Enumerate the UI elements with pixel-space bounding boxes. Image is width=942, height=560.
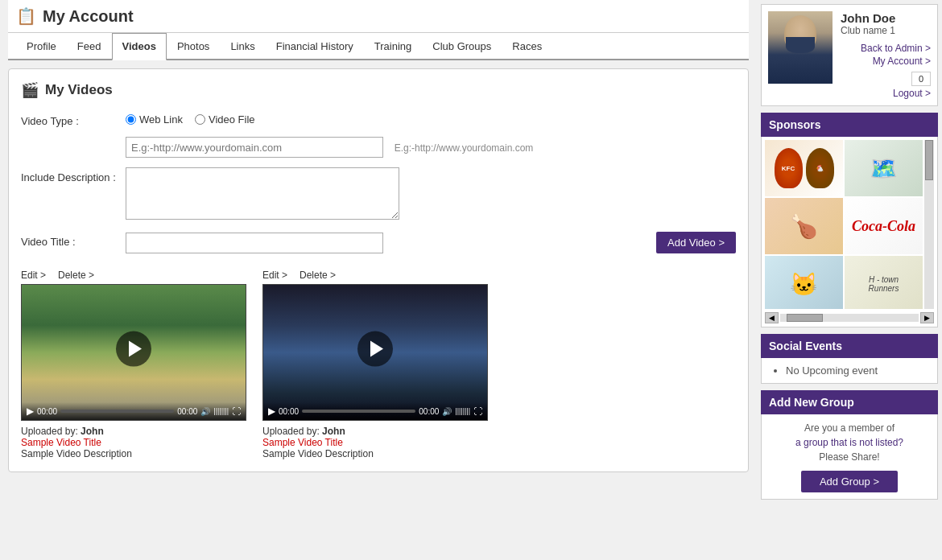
tab-training[interactable]: Training — [364, 33, 422, 59]
sidebar-user-name: John Doe — [841, 11, 931, 25]
video-1-title-link[interactable]: Sample Video Title — [21, 437, 246, 448]
video-player-1[interactable]: ▶ 00:00 00:00 🔊 |||||||| ⛶ — [21, 284, 246, 421]
radio-web-link-input[interactable] — [126, 114, 136, 125]
social-events-header: Social Events — [761, 334, 938, 358]
section-title: 🎬 My Videos — [21, 81, 736, 99]
video-1-play-button[interactable] — [116, 331, 151, 367]
sponsors-header: Sponsors — [761, 113, 938, 137]
url-input[interactable] — [126, 137, 383, 158]
video-2-volume-bar: |||||||| — [455, 407, 470, 415]
video-item-2: Edit > Delete > ▶ 00:00 00:00 🔊 — [262, 270, 488, 459]
video-2-play-icon[interactable]: ▶ — [268, 406, 275, 417]
sponsors-hscroll: ◀ ▶ — [765, 312, 934, 323]
sponsors-scroll-right[interactable]: ▶ — [920, 312, 934, 323]
description-input[interactable] — [126, 167, 399, 220]
video-1-edit-link[interactable]: Edit > — [21, 270, 46, 281]
sponsors-grid: KFC 🐔 🗺️ 🍗 — [765, 140, 923, 309]
tab-videos[interactable]: Videos — [112, 33, 167, 60]
sponsors-hscrollbar-track[interactable] — [780, 314, 919, 322]
video-camera-icon: 🎬 — [21, 81, 39, 99]
page-title: My Account — [43, 7, 134, 26]
sidebar-profile-card: John Doe Club name 1 Back to Admin > My … — [761, 4, 938, 106]
video-1-time-total: 00:00 — [177, 407, 197, 416]
video-type-label: Video Type : — [21, 111, 126, 127]
sidebar-badge: 0 — [911, 72, 931, 86]
tab-financial-history[interactable]: Financial History — [266, 33, 364, 59]
url-hint: E.g:-http://www.yourdomain.com — [395, 142, 534, 154]
video-1-delete-link[interactable]: Delete > — [58, 270, 94, 281]
url-control-wrap: E.g:-http://www.yourdomain.com — [126, 137, 736, 158]
add-group-text-3: Please Share! — [819, 451, 879, 463]
video-1-progress[interactable] — [60, 410, 174, 413]
video-1-time-current: 00:00 — [37, 407, 57, 416]
video-item-1: Edit > Delete > ▶ 00:00 00:00 🔊 — [21, 270, 246, 459]
video-title-input[interactable] — [126, 233, 383, 253]
add-group-body: Are you a member of a group that is not … — [761, 414, 938, 500]
video-2-title-link[interactable]: Sample Video Title — [262, 437, 488, 448]
tab-photos[interactable]: Photos — [167, 33, 220, 59]
social-events-no-event: No Upcoming event — [786, 364, 929, 377]
social-events-section: Social Events No Upcoming event — [761, 334, 938, 384]
video-2-uploader-name: John — [322, 426, 345, 437]
radio-web-link[interactable]: Web Link — [126, 113, 183, 126]
add-group-header: Add New Group — [761, 390, 938, 414]
sponsor-coca-cola[interactable]: Coca-Cola — [845, 198, 923, 254]
video-1-description: Sample Video Description — [21, 448, 132, 459]
add-video-button[interactable]: Add Video > — [656, 232, 736, 253]
avatar — [768, 11, 833, 84]
sponsor-cat[interactable]: 🐱 — [765, 256, 843, 309]
video-1-actions: Edit > Delete > — [21, 270, 246, 281]
add-group-text-link[interactable]: a group that is not listed? — [795, 437, 903, 448]
back-to-admin-link[interactable]: Back to Admin > — [841, 43, 931, 54]
nav-tabs: Profile Feed Videos Photos Links Financi… — [8, 33, 749, 60]
url-row: E.g:-http://www.yourdomain.com — [21, 137, 736, 158]
add-group-button[interactable]: Add Group > — [801, 471, 898, 492]
tab-races[interactable]: Races — [502, 33, 552, 59]
my-account-link[interactable]: My Account > — [841, 56, 931, 67]
video-type-controls: Web Link Video File — [126, 111, 736, 126]
sponsors-body: KFC 🐔 🗺️ 🍗 — [761, 137, 938, 327]
add-group-text-2: a group that is not listed? — [795, 437, 903, 448]
video-2-time-total: 00:00 — [419, 407, 439, 416]
video-2-delete-link[interactable]: Delete > — [300, 270, 336, 281]
video-title-label: Video Title : — [21, 232, 126, 248]
video-1-uploader-name: John — [81, 426, 104, 437]
sponsor-map[interactable]: 🗺️ — [845, 140, 923, 196]
video-type-row: Video Type : Web Link Video File — [21, 111, 736, 127]
video-2-description: Sample Video Description — [262, 448, 374, 459]
add-new-group-section: Add New Group Are you a member of a grou… — [761, 390, 938, 500]
social-events-body: No Upcoming event — [761, 358, 938, 384]
video-2-volume-icon[interactable]: 🔊 — [442, 407, 452, 416]
tab-club-groups[interactable]: Club Groups — [422, 33, 502, 59]
video-2-time-current: 00:00 — [279, 407, 299, 416]
video-1-play-icon[interactable]: ▶ — [27, 406, 34, 417]
video-2-uploader: Uploaded by: John — [262, 426, 345, 437]
radio-video-file[interactable]: Video File — [195, 113, 255, 126]
social-events-list: No Upcoming event — [770, 364, 929, 377]
video-2-play-button[interactable] — [357, 331, 393, 367]
sponsor-food[interactable]: 🍗 — [765, 198, 843, 254]
video-2-fullscreen-icon[interactable]: ⛶ — [473, 406, 482, 416]
tab-links[interactable]: Links — [220, 33, 265, 59]
section-title-text: My Videos — [45, 82, 113, 98]
video-1-volume-icon[interactable]: 🔊 — [200, 407, 210, 416]
sponsor-kfc[interactable]: KFC 🐔 — [765, 140, 843, 196]
description-label: Include Description : — [21, 167, 126, 183]
video-2-progress[interactable] — [302, 410, 415, 413]
video-2-actions: Edit > Delete > — [262, 270, 488, 281]
sponsors-vertical-scrollbar[interactable] — [924, 140, 934, 309]
tab-feed[interactable]: Feed — [67, 33, 112, 59]
tab-profile[interactable]: Profile — [16, 33, 67, 59]
video-2-edit-link[interactable]: Edit > — [262, 270, 287, 281]
page-header: 📋 My Account — [8, 0, 749, 33]
radio-video-file-input[interactable] — [195, 114, 205, 125]
logout-link[interactable]: Logout > — [841, 88, 931, 99]
sponsor-h-town-runners[interactable]: H - townRunners — [845, 256, 923, 309]
video-player-2[interactable]: ▶ 00:00 00:00 🔊 |||||||| ⛶ — [262, 284, 488, 421]
video-2-meta: Uploaded by: John Sample Video Title Sam… — [262, 426, 488, 459]
sponsors-scroll-left[interactable]: ◀ — [765, 312, 779, 323]
video-1-fullscreen-icon[interactable]: ⛶ — [232, 406, 241, 416]
sidebar-club-name: Club name 1 — [841, 25, 931, 36]
add-group-description: Are you a member of a group that is not … — [770, 421, 929, 464]
sidebar-links: Back to Admin > My Account > 0 Logout > — [841, 43, 931, 99]
